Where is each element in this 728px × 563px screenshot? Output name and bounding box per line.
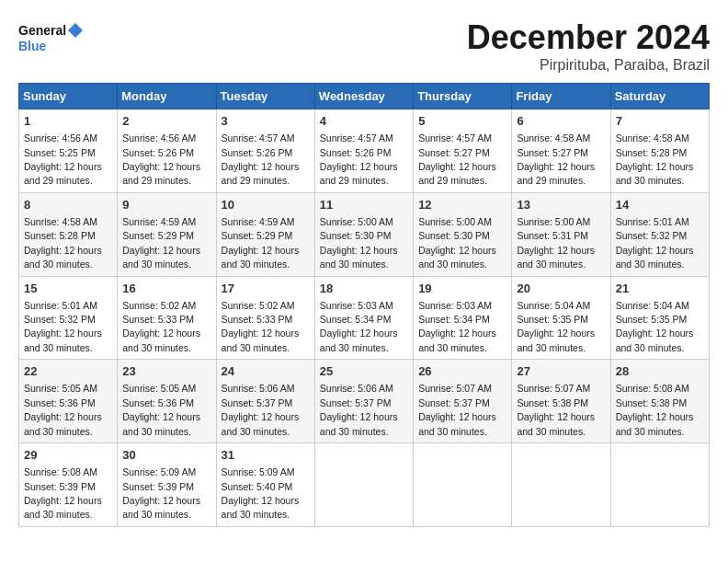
calendar-cell: 11 Sunrise: 5:00 AMSunset: 5:30 PMDaylig…	[314, 192, 413, 276]
day-info: Sunrise: 5:01 AMSunset: 5:32 PMDaylight:…	[616, 216, 694, 270]
calendar-cell	[314, 443, 413, 527]
calendar-cell: 5 Sunrise: 4:57 AMSunset: 5:27 PMDayligh…	[414, 109, 512, 193]
calendar-cell: 16 Sunrise: 5:02 AMSunset: 5:33 PMDaylig…	[118, 276, 216, 360]
calendar-cell	[414, 443, 512, 527]
calendar-cell: 23 Sunrise: 5:05 AMSunset: 5:36 PMDaylig…	[118, 360, 216, 443]
svg-marker-2	[68, 23, 83, 38]
calendar-cell: 29 Sunrise: 5:08 AMSunset: 5:39 PMDaylig…	[19, 443, 118, 527]
day-number: 1	[24, 113, 112, 130]
calendar-cell: 24 Sunrise: 5:06 AMSunset: 5:37 PMDaylig…	[216, 360, 314, 443]
calendar-cell: 30 Sunrise: 5:09 AMSunset: 5:39 PMDaylig…	[118, 443, 216, 527]
day-number: 29	[24, 447, 112, 464]
day-number: 9	[122, 197, 210, 213]
calendar-cell: 20 Sunrise: 5:04 AMSunset: 5:35 PMDaylig…	[512, 276, 610, 360]
day-info: Sunrise: 5:03 AMSunset: 5:34 PMDaylight:…	[418, 300, 496, 353]
location-subtitle: Pirpirituba, Paraiba, Brazil	[467, 57, 710, 74]
calendar-cell: 15 Sunrise: 5:01 AMSunset: 5:32 PMDaylig…	[19, 276, 118, 360]
day-number: 15	[24, 281, 112, 297]
col-saturday: Saturday	[610, 84, 709, 109]
day-number: 4	[320, 113, 408, 130]
day-number: 18	[320, 281, 408, 297]
day-info: Sunrise: 5:00 AMSunset: 5:30 PMDaylight:…	[418, 216, 496, 270]
calendar-week-row: 29 Sunrise: 5:08 AMSunset: 5:39 PMDaylig…	[19, 443, 710, 527]
logo-svg: General Blue	[18, 18, 83, 60]
calendar-cell: 26 Sunrise: 5:07 AMSunset: 5:37 PMDaylig…	[414, 360, 512, 443]
day-number: 7	[616, 113, 704, 130]
day-number: 2	[122, 113, 210, 130]
col-tuesday: Tuesday	[216, 84, 314, 109]
day-info: Sunrise: 5:06 AMSunset: 5:37 PMDaylight:…	[222, 383, 300, 436]
day-info: Sunrise: 5:07 AMSunset: 5:38 PMDaylight:…	[517, 383, 595, 436]
day-info: Sunrise: 5:05 AMSunset: 5:36 PMDaylight:…	[122, 383, 200, 436]
day-info: Sunrise: 4:59 AMSunset: 5:29 PMDaylight:…	[222, 216, 300, 270]
calendar-week-row: 1 Sunrise: 4:56 AMSunset: 5:25 PMDayligh…	[19, 109, 710, 193]
day-number: 8	[24, 197, 112, 213]
svg-text:Blue: Blue	[18, 39, 47, 53]
day-number: 30	[122, 447, 210, 464]
day-info: Sunrise: 4:56 AMSunset: 5:26 PMDaylight:…	[122, 132, 200, 186]
calendar-cell: 1 Sunrise: 4:56 AMSunset: 5:25 PMDayligh…	[19, 109, 118, 193]
calendar-cell: 3 Sunrise: 4:57 AMSunset: 5:26 PMDayligh…	[216, 109, 314, 193]
day-info: Sunrise: 5:04 AMSunset: 5:35 PMDaylight:…	[517, 300, 595, 353]
day-info: Sunrise: 5:05 AMSunset: 5:36 PMDaylight:…	[24, 383, 102, 436]
day-info: Sunrise: 5:06 AMSunset: 5:37 PMDaylight:…	[320, 383, 398, 436]
calendar-week-row: 8 Sunrise: 4:58 AMSunset: 5:28 PMDayligh…	[19, 192, 710, 276]
day-info: Sunrise: 5:03 AMSunset: 5:34 PMDaylight:…	[320, 300, 398, 353]
svg-text:General: General	[18, 23, 66, 38]
calendar-cell: 22 Sunrise: 5:05 AMSunset: 5:36 PMDaylig…	[19, 360, 118, 443]
calendar-cell: 12 Sunrise: 5:00 AMSunset: 5:30 PMDaylig…	[414, 192, 512, 276]
day-info: Sunrise: 5:07 AMSunset: 5:37 PMDaylight:…	[418, 383, 496, 436]
day-info: Sunrise: 5:09 AMSunset: 5:40 PMDaylight:…	[222, 466, 300, 520]
day-number: 19	[418, 281, 506, 297]
day-number: 21	[616, 281, 704, 297]
day-info: Sunrise: 5:00 AMSunset: 5:30 PMDaylight:…	[320, 216, 398, 270]
day-number: 20	[517, 281, 605, 297]
day-number: 5	[418, 113, 506, 130]
col-thursday: Thursday	[414, 84, 512, 109]
page-header: General Blue December 2024 Pirpirituba, …	[18, 18, 710, 74]
calendar-week-row: 15 Sunrise: 5:01 AMSunset: 5:32 PMDaylig…	[19, 276, 710, 360]
day-info: Sunrise: 4:57 AMSunset: 5:26 PMDaylight:…	[222, 132, 300, 186]
day-number: 25	[320, 363, 408, 380]
calendar-cell: 4 Sunrise: 4:57 AMSunset: 5:26 PMDayligh…	[314, 109, 413, 193]
day-info: Sunrise: 4:57 AMSunset: 5:27 PMDaylight:…	[418, 132, 496, 186]
day-info: Sunrise: 4:58 AMSunset: 5:28 PMDaylight:…	[24, 216, 102, 270]
day-number: 27	[517, 363, 605, 380]
calendar-cell: 6 Sunrise: 4:58 AMSunset: 5:27 PMDayligh…	[512, 109, 610, 193]
col-friday: Friday	[512, 84, 610, 109]
calendar-cell: 19 Sunrise: 5:03 AMSunset: 5:34 PMDaylig…	[414, 276, 512, 360]
day-info: Sunrise: 4:56 AMSunset: 5:25 PMDaylight:…	[24, 132, 102, 186]
calendar-cell: 8 Sunrise: 4:58 AMSunset: 5:28 PMDayligh…	[19, 192, 118, 276]
day-number: 10	[222, 197, 310, 213]
calendar-cell: 31 Sunrise: 5:09 AMSunset: 5:40 PMDaylig…	[216, 443, 314, 527]
calendar-cell: 10 Sunrise: 4:59 AMSunset: 5:29 PMDaylig…	[216, 192, 314, 276]
col-monday: Monday	[118, 84, 216, 109]
title-block: December 2024 Pirpirituba, Paraiba, Braz…	[467, 18, 710, 74]
day-info: Sunrise: 5:08 AMSunset: 5:38 PMDaylight:…	[616, 383, 694, 436]
calendar-table: Sunday Monday Tuesday Wednesday Thursday…	[18, 83, 710, 527]
calendar-cell: 17 Sunrise: 5:02 AMSunset: 5:33 PMDaylig…	[216, 276, 314, 360]
calendar-cell: 27 Sunrise: 5:07 AMSunset: 5:38 PMDaylig…	[512, 360, 610, 443]
day-info: Sunrise: 4:58 AMSunset: 5:27 PMDaylight:…	[517, 132, 595, 186]
logo: General Blue	[18, 18, 83, 60]
day-info: Sunrise: 5:04 AMSunset: 5:35 PMDaylight:…	[616, 300, 694, 353]
day-number: 14	[616, 197, 704, 213]
day-info: Sunrise: 5:00 AMSunset: 5:31 PMDaylight:…	[517, 216, 595, 270]
day-number: 6	[517, 113, 605, 130]
day-number: 12	[418, 197, 506, 213]
calendar-cell: 21 Sunrise: 5:04 AMSunset: 5:35 PMDaylig…	[610, 276, 709, 360]
calendar-cell: 9 Sunrise: 4:59 AMSunset: 5:29 PMDayligh…	[118, 192, 216, 276]
day-number: 3	[222, 113, 310, 130]
calendar-cell: 18 Sunrise: 5:03 AMSunset: 5:34 PMDaylig…	[314, 276, 413, 360]
calendar-cell	[610, 443, 709, 527]
col-sunday: Sunday	[19, 84, 118, 109]
day-number: 24	[222, 363, 310, 380]
day-number: 31	[222, 447, 310, 464]
calendar-week-row: 22 Sunrise: 5:05 AMSunset: 5:36 PMDaylig…	[19, 360, 710, 443]
day-info: Sunrise: 5:09 AMSunset: 5:39 PMDaylight:…	[122, 466, 200, 520]
calendar-cell: 2 Sunrise: 4:56 AMSunset: 5:26 PMDayligh…	[118, 109, 216, 193]
calendar-cell	[512, 443, 610, 527]
day-number: 26	[418, 363, 506, 380]
day-info: Sunrise: 4:58 AMSunset: 5:28 PMDaylight:…	[616, 132, 694, 186]
day-number: 23	[122, 363, 210, 380]
